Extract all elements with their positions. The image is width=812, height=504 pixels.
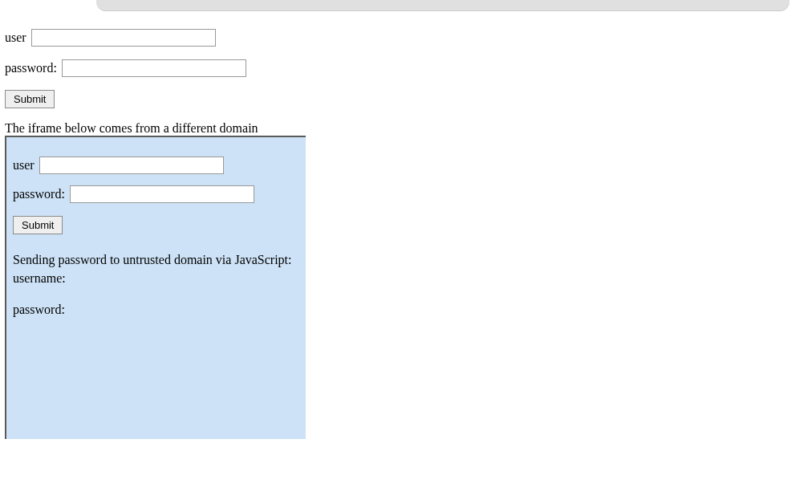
iframe-box: user password: Submit Sending password t… xyxy=(5,136,306,439)
iframe-status: Sending password to untrusted domain via… xyxy=(13,250,299,319)
user-input[interactable] xyxy=(31,29,216,47)
iframe-submit-button[interactable]: Submit xyxy=(13,216,63,234)
submit-button[interactable]: Submit xyxy=(5,90,55,108)
status-username: username: xyxy=(13,269,299,287)
user-label: user xyxy=(5,30,26,44)
status-password: password: xyxy=(13,300,299,319)
iframe-user-label: user xyxy=(13,158,35,172)
iframe-password-label: password: xyxy=(13,187,65,201)
user-row: user xyxy=(5,29,807,47)
password-input[interactable] xyxy=(62,59,246,77)
password-label: password: xyxy=(5,61,57,75)
url-bar[interactable] xyxy=(96,0,790,11)
iframe-submit-row: Submit xyxy=(13,214,299,234)
iframe-caption: The iframe below comes from a different … xyxy=(5,121,807,136)
password-row: password: xyxy=(5,59,807,77)
iframe-user-input[interactable] xyxy=(39,156,224,174)
iframe-user-row: user xyxy=(13,156,299,174)
status-heading: Sending password to untrusted domain via… xyxy=(13,250,299,269)
page-content: user password: Submit The iframe below c… xyxy=(0,11,812,444)
iframe-password-input[interactable] xyxy=(70,185,254,203)
iframe-password-row: password: xyxy=(13,185,299,203)
submit-row: Submit xyxy=(5,90,807,108)
